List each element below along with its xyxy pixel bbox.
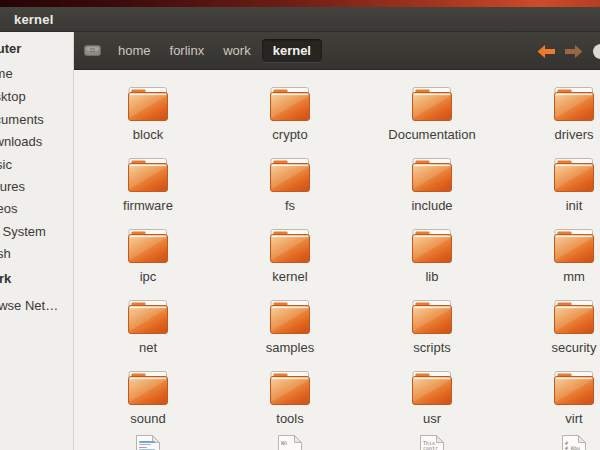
folder-icon <box>270 158 310 196</box>
folder-item-drivers[interactable]: drivers <box>503 85 600 156</box>
folder-label: Documentation <box>388 128 475 142</box>
sidebar-item-label: Trash <box>0 245 11 262</box>
folder-item-init[interactable]: init <box>503 156 600 227</box>
folder-label: usr <box>423 412 441 426</box>
document-icon: This contr <box>418 434 446 450</box>
folder-label: security <box>552 341 597 355</box>
folder-icon <box>554 229 594 267</box>
folder-item-ipc[interactable]: ipc <box>77 227 219 298</box>
folder-label: drivers <box>554 128 593 142</box>
folder-label: scripts <box>413 341 451 355</box>
folder-label: crypto <box>272 128 307 142</box>
folder-label: virt <box>565 412 582 426</box>
folder-icon <box>270 87 310 125</box>
breadcrumb-segment-home[interactable]: home <box>110 39 159 62</box>
folder-icon <box>412 229 452 267</box>
breadcrumb-segment-forlinx[interactable]: forlinx <box>162 39 213 62</box>
folder-icon <box>270 229 310 267</box>
breadcrumb-segment-work[interactable]: work <box>215 39 258 62</box>
folder-label: init <box>566 199 583 213</box>
folder-label: mm <box>563 270 585 284</box>
folder-icon <box>128 371 168 409</box>
file-item[interactable]: NO <box>219 432 361 450</box>
sidebar-item-pictures[interactable]: Pictures <box>0 178 25 195</box>
sidebar-item-label: Home <box>0 65 13 82</box>
sidebar-item-desktop[interactable]: Desktop <box>0 88 26 105</box>
sidebar-item-downloads[interactable]: Downloads <box>0 133 42 150</box>
folder-icon <box>128 229 168 267</box>
folder-item-crypto[interactable]: crypto <box>219 85 361 156</box>
folder-icon <box>412 371 452 409</box>
folder-label: block <box>133 128 163 142</box>
folder-label: sound <box>130 412 165 426</box>
folder-item-security[interactable]: security <box>503 298 600 369</box>
sidebar-item-label: Browse Net… <box>0 297 58 314</box>
sidebar-item-label: File System <box>0 223 46 240</box>
sidebar-item-music[interactable]: Music <box>0 156 12 173</box>
folder-icon <box>412 300 452 338</box>
sidebar-item-label: Network <box>0 270 11 287</box>
window-title: kernel <box>14 12 54 27</box>
folder-item-lib[interactable]: lib <box>361 227 503 298</box>
folder-item-mm[interactable]: mm <box>503 227 600 298</box>
sidebar-item-home[interactable]: Home <box>0 65 13 82</box>
sidebar-item-label: Videos <box>0 200 18 217</box>
folder-icon <box>554 158 594 196</box>
folder-icon <box>128 300 168 338</box>
folder-item-fs[interactable]: fs <box>219 156 361 227</box>
back-arrow-icon[interactable] <box>536 44 556 59</box>
folder-item-block[interactable]: block <box>77 85 219 156</box>
places-sidebar[interactable]: Computer Home Desktop Documents Download… <box>0 32 74 450</box>
folder-label: tools <box>276 412 303 426</box>
folder-icon <box>554 371 594 409</box>
folder-icon <box>554 300 594 338</box>
file-item[interactable]: This contr <box>361 432 503 450</box>
folder-label: kernel <box>272 270 307 284</box>
pathbar-toolbar: home forlinx work kernel <box>74 32 600 70</box>
sidebar-item-label: Music <box>0 156 12 173</box>
sidebar-item-file-system[interactable]: File System <box>0 223 46 240</box>
sidebar-item-documents[interactable]: Documents <box>0 111 44 128</box>
folder-icon <box>412 87 452 125</box>
sidebar-item-network[interactable]: Network <box>0 270 11 287</box>
folder-icon <box>128 87 168 125</box>
folder-item-tools[interactable]: tools <box>219 369 361 440</box>
folder-icon <box>128 158 168 196</box>
sidebar-item-browse-net[interactable]: Browse Net… <box>0 297 58 314</box>
file-browser-view[interactable]: block crypto <box>74 70 600 450</box>
breadcrumb: home forlinx work kernel <box>110 39 325 62</box>
folder-icon <box>270 300 310 338</box>
folder-item-samples[interactable]: samples <box>219 298 361 369</box>
search-icon[interactable] <box>593 44 600 59</box>
file-item[interactable]: # # Kbu <box>503 432 600 450</box>
document-icon <box>134 434 162 450</box>
forward-arrow-icon[interactable] <box>564 44 584 59</box>
sidebar-item-computer[interactable]: Computer <box>0 40 21 57</box>
folder-item-usr[interactable]: usr <box>361 369 503 440</box>
folder-item-virt[interactable]: virt <box>503 369 600 440</box>
folder-item-firmware[interactable]: firmware <box>77 156 219 227</box>
breadcrumb-segment-kernel[interactable]: kernel <box>262 39 322 62</box>
folder-item-include[interactable]: include <box>361 156 503 227</box>
folder-icon <box>554 87 594 125</box>
sidebar-item-label: Pictures <box>0 178 25 195</box>
desktop-background-strip <box>0 0 600 7</box>
document-icon: # # Kbu <box>560 434 588 450</box>
folder-label: samples <box>266 341 314 355</box>
folder-item-kernel[interactable]: kernel <box>219 227 361 298</box>
folder-icon <box>270 371 310 409</box>
sidebar-item-trash[interactable]: Trash <box>0 245 11 262</box>
folder-label: lib <box>425 270 438 284</box>
sidebar-item-videos[interactable]: Videos <box>0 200 18 217</box>
folder-item-scripts[interactable]: scripts <box>361 298 503 369</box>
folder-icon <box>412 158 452 196</box>
folder-item-documentation[interactable]: Documentation <box>361 85 503 156</box>
folder-item-net[interactable]: net <box>77 298 219 369</box>
window-titlebar[interactable]: kernel <box>0 7 600 32</box>
folder-item-sound[interactable]: sound <box>77 369 219 440</box>
sidebar-item-label: Documents <box>0 111 44 128</box>
file-item[interactable] <box>77 432 219 450</box>
icon-grid: block crypto <box>77 85 600 450</box>
folder-label: firmware <box>123 199 173 213</box>
folder-label: include <box>411 199 452 213</box>
